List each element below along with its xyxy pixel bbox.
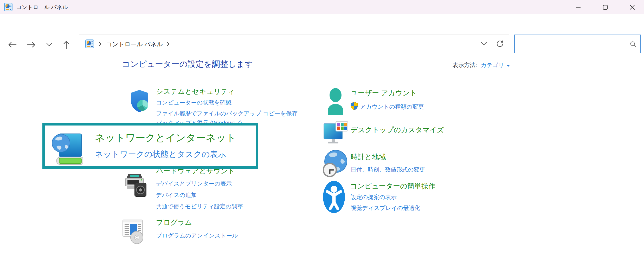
chevron-right-icon[interactable] — [98, 42, 101, 47]
minimize-icon — [575, 4, 581, 10]
back-button[interactable] — [6, 39, 18, 51]
link-change-account-type[interactable]: アカウントの種類の変更 — [351, 102, 424, 112]
view-by-value: カテゴリ — [481, 61, 504, 69]
link-optimize-visual-display[interactable]: 視覚ディスプレイの最適化 — [351, 204, 420, 212]
search-input[interactable] — [517, 36, 628, 52]
navigation-toolbar: コントロール パネル — [0, 14, 644, 44]
category-system-security[interactable]: システムとセキュリティ — [156, 87, 235, 96]
back-icon — [8, 41, 17, 49]
recent-locations-button[interactable] — [43, 39, 55, 51]
link-add-device[interactable]: デバイスの追加 — [156, 191, 197, 199]
forward-button[interactable] — [25, 39, 37, 51]
chevron-down-icon — [46, 43, 52, 47]
dropdown-triangle-icon — [506, 65, 510, 67]
view-by-dropdown[interactable]: カテゴリ — [481, 61, 510, 69]
maximize-button[interactable] — [596, 0, 614, 14]
highlight-box-network-internet[interactable]: ネットワークとインターネット ネットワークの状態とタスクの表示 — [42, 123, 258, 169]
link-adjust-mobility-settings[interactable]: 共通で使うモビリティ設定の調整 — [156, 203, 243, 210]
view-by-label: 表示方法: — [453, 61, 477, 69]
page-title: コンピューターの設定を調整します — [122, 59, 253, 70]
control-panel-icon — [4, 3, 12, 11]
category-desktop-customize[interactable]: デスクトップのカスタマイズ — [351, 125, 444, 135]
clock-globe-icon[interactable] — [323, 149, 347, 179]
link-view-network-status[interactable]: ネットワークの状態とタスクの表示 — [95, 149, 226, 160]
category-network-internet[interactable]: ネットワークとインターネット — [95, 131, 236, 144]
link-check-computer-status[interactable]: コンピューターの状態を確認 — [156, 99, 231, 107]
control-panel-window: コントロール パネル — [0, 0, 644, 277]
link-change-account-type-label: アカウントの種類の変更 — [360, 103, 424, 111]
window-title: コントロール パネル — [16, 4, 68, 11]
up-button[interactable] — [60, 39, 72, 51]
category-clock-region[interactable]: 時計と地域 — [351, 152, 386, 162]
category-programs[interactable]: プログラム — [156, 218, 192, 227]
forward-icon — [27, 41, 36, 49]
search-icon[interactable] — [630, 41, 636, 49]
desktop-icon[interactable] — [323, 121, 348, 147]
minimize-button[interactable] — [569, 0, 587, 14]
shield-icon[interactable] — [130, 89, 149, 114]
breadcrumb-control-panel[interactable]: コントロール パネル — [106, 40, 163, 48]
category-user-accounts[interactable]: ユーザー アカウント — [351, 88, 417, 98]
chevron-down-icon — [481, 42, 487, 46]
user-icon[interactable] — [326, 88, 345, 116]
link-change-date-time-format[interactable]: 日付、時刻、数値形式の変更 — [351, 166, 425, 174]
close-icon — [629, 4, 635, 10]
link-file-history-backup[interactable]: ファイル履歴でファイルのバックアップ コピーを保存 — [156, 110, 298, 117]
search-box — [514, 35, 641, 53]
maximize-icon — [602, 4, 608, 10]
address-bar[interactable]: コントロール パネル — [79, 35, 509, 53]
close-button[interactable] — [623, 0, 641, 14]
view-by-control: 表示方法: カテゴリ — [453, 61, 510, 69]
printer-speaker-icon[interactable] — [123, 172, 147, 198]
category-ease-of-access[interactable]: コンピューターの簡単操作 — [350, 181, 435, 191]
programs-icon[interactable] — [122, 218, 145, 245]
link-suggested-settings[interactable]: 設定の提案の表示 — [351, 193, 397, 201]
control-panel-icon — [85, 39, 94, 48]
chevron-right-icon[interactable] — [166, 42, 170, 47]
refresh-icon — [495, 39, 504, 49]
refresh-button[interactable] — [493, 38, 507, 49]
title-bar: コントロール パネル — [0, 0, 644, 14]
uac-shield-icon — [351, 102, 358, 112]
address-dropdown-button[interactable] — [477, 38, 491, 49]
network-icon — [51, 130, 83, 165]
accessibility-icon[interactable] — [323, 181, 345, 214]
link-view-devices-printers[interactable]: デバイスとプリンターの表示 — [156, 180, 232, 188]
link-uninstall-program[interactable]: プログラムのアンインストール — [156, 232, 238, 240]
up-icon — [63, 40, 70, 50]
